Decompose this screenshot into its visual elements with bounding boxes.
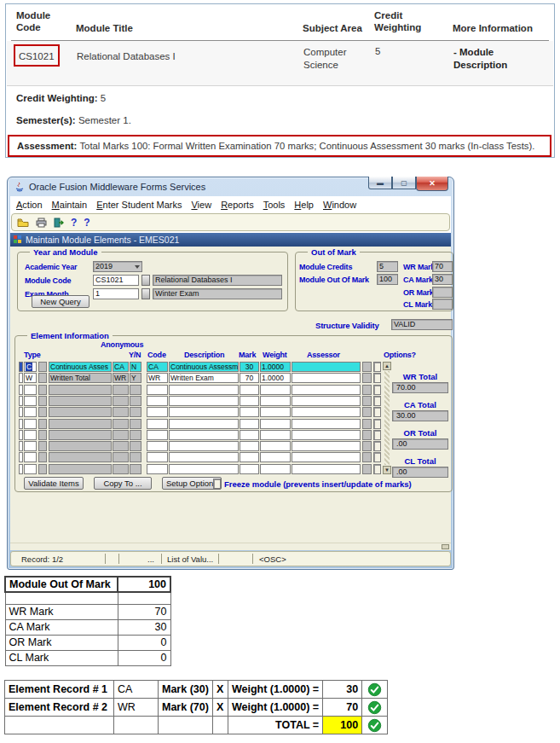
cell-abbr[interactable]: CA (113, 362, 129, 372)
cell-type[interactable] (24, 396, 37, 406)
menu-enter-student-marks[interactable]: Enter Student Marks (96, 200, 182, 210)
menu-tools[interactable]: Tools (263, 200, 286, 210)
cell-yn[interactable] (130, 464, 141, 474)
cell-code[interactable]: WR (147, 373, 168, 383)
cell-type[interactable] (24, 441, 37, 451)
cell-abbr[interactable] (113, 441, 129, 451)
element-edit-button[interactable] (38, 452, 47, 462)
cell-desc[interactable] (169, 407, 239, 417)
cell-assessor[interactable] (292, 385, 361, 395)
cell-name[interactable] (49, 441, 112, 451)
cell-name[interactable] (49, 452, 112, 462)
element-edit-button[interactable] (38, 407, 47, 417)
help-icon[interactable]: ? (84, 218, 89, 228)
element-edit-button[interactable] (38, 396, 47, 406)
cell-mark[interactable] (240, 385, 259, 395)
cell-name[interactable] (49, 464, 112, 474)
more-information-link[interactable]: - Module Description (453, 46, 523, 72)
cell-code[interactable] (147, 464, 168, 474)
cell-abbr[interactable] (113, 430, 129, 440)
element-edit-button[interactable] (38, 464, 47, 474)
scroll-down-icon[interactable]: ▼ (383, 466, 391, 474)
cell-desc[interactable]: Written Exam (169, 373, 239, 383)
module-code-input[interactable]: CS1021 (93, 275, 139, 286)
cell-code[interactable] (147, 430, 168, 440)
cell-name[interactable] (49, 430, 112, 440)
cell-abbr[interactable] (113, 452, 129, 462)
element-edit-button[interactable] (38, 430, 47, 440)
cell-desc[interactable] (169, 441, 239, 451)
cell-mark[interactable]: 70 (240, 373, 259, 383)
options-checkbox[interactable] (373, 419, 381, 429)
cell-yn[interactable] (130, 452, 141, 462)
window-titlebar[interactable]: Oracle Fusion Middleware Forms Services … (10, 177, 451, 196)
options-button[interactable] (362, 385, 372, 395)
cell-code[interactable] (147, 419, 168, 429)
cell-desc[interactable] (169, 396, 239, 406)
cell-desc[interactable] (169, 464, 239, 474)
cell-mark[interactable] (240, 430, 259, 440)
cell-mark[interactable]: 30 (240, 362, 259, 372)
cell-abbr[interactable] (113, 464, 129, 474)
maximize-button[interactable]: ▢ (392, 177, 416, 189)
element-edit-button[interactable] (38, 441, 47, 451)
cell-name[interactable] (49, 407, 112, 417)
options-checkbox[interactable] (373, 430, 381, 440)
cell-type[interactable] (24, 385, 37, 395)
options-button[interactable] (362, 362, 372, 372)
cell-code[interactable]: CA (147, 362, 168, 372)
cell-weight[interactable]: 1.0000 (260, 362, 291, 372)
cell-type[interactable] (24, 452, 37, 462)
horizontal-scrollbar[interactable] (10, 543, 451, 550)
cell-weight[interactable] (260, 430, 291, 440)
form-titlebar[interactable]: Maintain Module Elements - EMES021 (10, 233, 451, 247)
cell-yn[interactable]: Y (130, 373, 141, 383)
cell-assessor[interactable] (292, 373, 361, 383)
cell-desc[interactable] (169, 430, 239, 440)
cell-type[interactable] (24, 464, 37, 474)
cell-weight[interactable] (260, 452, 291, 462)
cell-assessor[interactable] (292, 362, 361, 372)
cell-assessor[interactable] (292, 441, 361, 451)
cell-mark[interactable] (240, 464, 259, 474)
cell-weight[interactable] (260, 396, 291, 406)
new-query-button[interactable]: New Query (32, 295, 89, 308)
scroll-track[interactable] (384, 371, 390, 465)
menu-maintain[interactable]: Maintain (52, 200, 88, 210)
cell-assessor[interactable] (292, 396, 361, 406)
minimize-button[interactable]: ▬ (368, 177, 392, 189)
menu-view[interactable]: View (191, 200, 211, 210)
options-button[interactable] (362, 441, 372, 451)
element-edit-button[interactable] (38, 362, 47, 372)
print-icon[interactable] (36, 218, 47, 228)
cell-desc[interactable] (169, 419, 239, 429)
cell-code[interactable] (147, 452, 168, 462)
cell-weight[interactable] (260, 407, 291, 417)
cell-type[interactable] (24, 407, 37, 417)
scroll-up-icon[interactable]: ▲ (383, 362, 391, 370)
cell-assessor[interactable] (292, 430, 361, 440)
cell-mark[interactable] (240, 452, 259, 462)
cell-code[interactable] (147, 385, 168, 395)
cell-abbr[interactable] (113, 419, 129, 429)
cell-abbr[interactable] (113, 396, 129, 406)
cell-desc[interactable] (169, 385, 239, 395)
cell-weight[interactable]: 1.0000 (260, 373, 291, 383)
options-button[interactable] (362, 452, 372, 462)
options-checkbox[interactable] (373, 385, 381, 395)
cell-assessor[interactable] (292, 464, 361, 474)
options-button[interactable] (362, 373, 372, 383)
cell-yn[interactable] (130, 441, 141, 451)
options-button[interactable] (362, 464, 372, 474)
cell-code[interactable] (147, 396, 168, 406)
options-checkbox[interactable] (373, 373, 381, 383)
cell-abbr[interactable] (113, 385, 129, 395)
cell-mark[interactable] (240, 441, 259, 451)
options-button[interactable] (362, 419, 372, 429)
academic-year-select[interactable]: 2019 (93, 261, 142, 272)
cell-yn[interactable]: N (130, 362, 141, 372)
validate-items-button[interactable]: Validate Items (24, 477, 84, 490)
cell-type[interactable] (24, 419, 37, 429)
cell-yn[interactable] (130, 419, 141, 429)
cell-abbr[interactable]: WR (113, 373, 129, 383)
